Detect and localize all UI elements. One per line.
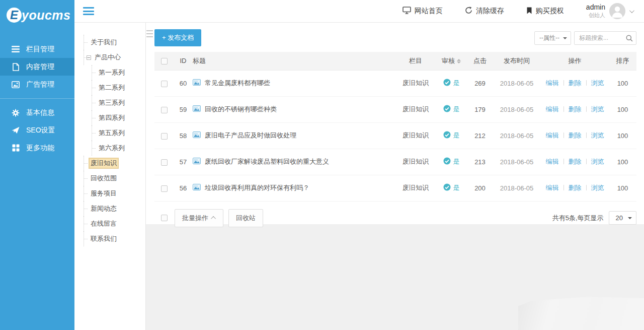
pagination: 共有5条,每页显示 20 <box>552 211 636 225</box>
delete-link[interactable]: 删除 <box>569 158 582 165</box>
logo-brand: youcms <box>22 8 70 23</box>
sidebar-item-label: 栏目管理 <box>26 45 54 54</box>
search-input[interactable] <box>575 32 623 44</box>
tree-item-series-1[interactable]: 第一系列 <box>92 65 145 80</box>
thumbnail-icon <box>193 105 201 113</box>
tree-item-waste-knowledge[interactable]: 废旧知识 <box>84 156 145 171</box>
app-window: E youcms 栏目管理 内容管理 广告管理 <box>0 0 644 330</box>
pagination-summary: 共有5条,每页显示 <box>552 214 604 223</box>
logo-initial: E <box>7 8 22 23</box>
buy-license-link[interactable]: 购买授权 <box>526 7 564 16</box>
view-link[interactable]: 浏览 <box>591 184 604 191</box>
edit-link[interactable]: 编辑 <box>546 105 559 113</box>
col-date: 发布时间 <box>493 52 541 70</box>
sidebar-divider <box>0 98 74 99</box>
delete-link[interactable]: 删除 <box>569 184 582 191</box>
toolbar: + 发布文档 --属性-- <box>146 23 644 52</box>
delete-link[interactable]: 删除 <box>569 79 582 87</box>
row-clicks: 212 <box>467 122 493 149</box>
view-link[interactable]: 浏览 <box>591 131 604 139</box>
collapse-toggle-icon[interactable] <box>87 55 91 60</box>
row-checkbox[interactable] <box>161 159 168 166</box>
sidebar-item-column-manage[interactable]: 栏目管理 <box>0 40 74 58</box>
delete-link[interactable]: 删除 <box>569 105 582 113</box>
row-checkbox[interactable] <box>161 185 168 192</box>
monitor-icon <box>403 7 411 16</box>
row-clicks: 269 <box>467 70 493 96</box>
site-home-label: 网站首页 <box>415 7 443 16</box>
tree-item-series-4[interactable]: 第四系列 <box>92 110 145 125</box>
documents-table: ID 标题 栏目 审核 点击 发布时间 操作 排序 60 常见金属废料都有哪些 <box>154 52 636 202</box>
row-category: 废旧知识 <box>396 175 435 201</box>
tree-item-services[interactable]: 服务项目 <box>84 186 145 201</box>
row-sort: 100 <box>609 175 636 201</box>
row-sort: 100 <box>609 149 636 175</box>
title-search <box>574 31 636 45</box>
row-checkbox[interactable] <box>161 81 168 87</box>
recycle-bin-button[interactable]: 回收站 <box>228 209 263 227</box>
clear-cache-link[interactable]: 清除缓存 <box>465 7 504 16</box>
table-row: 56 垃圾回收再利用真的对环保有利吗？ 废旧知识 是 200 2018-06-0… <box>154 175 636 201</box>
edit-link[interactable]: 编辑 <box>546 158 559 165</box>
toolbar-filters: --属性-- <box>534 31 636 45</box>
tree-item-recycle-scope[interactable]: 回收范围 <box>84 171 145 186</box>
publish-document-button[interactable]: + 发布文档 <box>154 29 201 46</box>
row-title-link[interactable]: 垃圾回收再利用真的对环保有利吗？ <box>205 183 309 192</box>
row-category: 废旧知识 <box>396 122 435 149</box>
row-title-link[interactable]: 废旧电子产品应及时做回收处理 <box>205 131 296 140</box>
edit-link[interactable]: 编辑 <box>546 131 559 139</box>
paper-plane-icon <box>12 126 20 135</box>
attribute-filter-select[interactable]: --属性-- <box>534 31 571 45</box>
tree-item-about[interactable]: 关于我们 <box>84 35 145 50</box>
row-title-link[interactable]: 常见金属废料都有哪些 <box>205 79 270 88</box>
sort-icon[interactable] <box>457 57 461 65</box>
tree-item-series-5[interactable]: 第五系列 <box>92 125 145 141</box>
row-id: 59 <box>174 96 193 122</box>
col-clicks: 点击 <box>467 52 493 70</box>
document-icon <box>12 63 20 71</box>
sidebar-item-label: 广告管理 <box>26 80 54 89</box>
edit-link[interactable]: 编辑 <box>546 184 559 191</box>
row-title-link[interactable]: 回收的不锈钢有哪些种类 <box>205 105 277 114</box>
row-checkbox[interactable] <box>161 133 168 140</box>
select-all-checkbox[interactable] <box>161 58 168 64</box>
sidebar-collapse-handle[interactable] <box>146 30 153 37</box>
row-checkbox[interactable] <box>161 107 168 113</box>
document-panel: + 发布文档 --属性-- <box>146 23 644 224</box>
row-id: 56 <box>174 175 193 201</box>
check-circle-icon <box>443 157 451 166</box>
row-title-link[interactable]: 废纸回收厂家解读废品塑料回收的重大意义 <box>205 157 329 166</box>
page-size-select[interactable]: 20 <box>609 211 636 225</box>
category-tree: 关于我们 产品中心 第一系列 第二系列 第三系列 第四系列 第五系列 第六系列 … <box>74 23 146 330</box>
tree-item-news[interactable]: 新闻动态 <box>84 201 145 216</box>
edit-link[interactable]: 编辑 <box>546 79 559 87</box>
tree-item-contact[interactable]: 联系我们 <box>84 231 145 246</box>
sidebar-item-content-manage[interactable]: 内容管理 <box>0 58 74 76</box>
site-home-link[interactable]: 网站首页 <box>403 7 443 16</box>
gear-icon <box>12 109 20 117</box>
view-link[interactable]: 浏览 <box>591 158 604 165</box>
delete-link[interactable]: 删除 <box>569 131 582 139</box>
brand-logo[interactable]: E youcms <box>0 0 74 30</box>
sidebar-item-ad-manage[interactable]: 广告管理 <box>0 76 74 93</box>
view-link[interactable]: 浏览 <box>591 79 604 87</box>
footer-select-all-checkbox[interactable] <box>161 215 168 221</box>
view-link[interactable]: 浏览 <box>591 105 604 113</box>
tree-item-products[interactable]: 产品中心 <box>84 50 145 65</box>
tree-item-series-6[interactable]: 第六系列 <box>92 141 145 156</box>
tree-item-series-3[interactable]: 第三系列 <box>92 95 145 110</box>
sidebar-item-basic-info[interactable]: 基本信息 <box>0 104 74 121</box>
batch-action-button[interactable]: 批量操作 <box>175 209 223 227</box>
check-circle-icon <box>443 183 451 192</box>
menu-toggle-icon[interactable] <box>83 7 94 15</box>
tree-item-series-2[interactable]: 第二系列 <box>92 80 145 95</box>
sidebar-item-more-features[interactable]: 更多功能 <box>0 139 74 157</box>
col-audit[interactable]: 审核 <box>435 52 467 70</box>
search-icon[interactable] <box>626 35 633 44</box>
refresh-icon <box>465 7 472 16</box>
row-clicks: 213 <box>467 149 493 175</box>
tree-item-guestbook[interactable]: 在线留言 <box>84 216 145 231</box>
list-icon <box>12 45 20 53</box>
user-menu[interactable]: admin 创始人 <box>586 3 633 19</box>
sidebar-item-seo-settings[interactable]: SEO设置 <box>0 121 74 139</box>
